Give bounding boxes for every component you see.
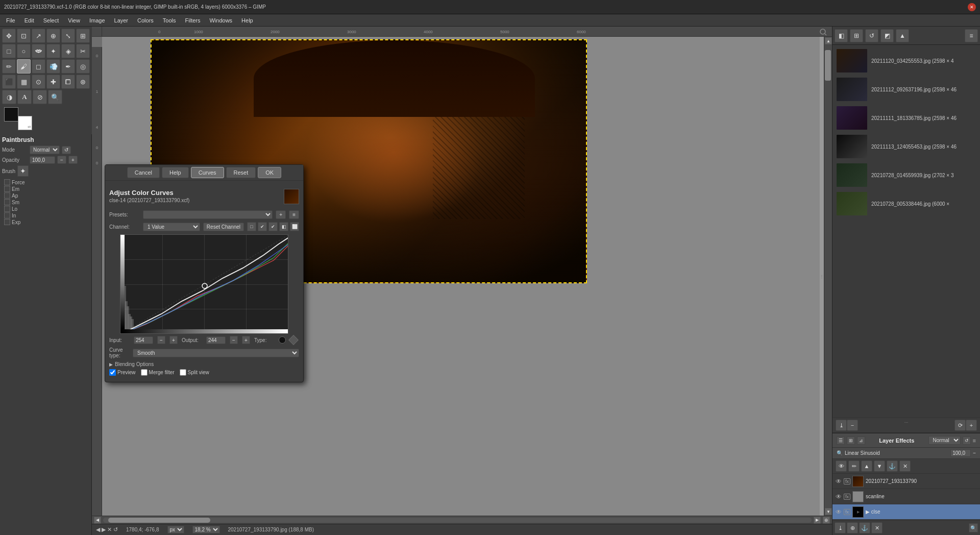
channel-icon-4[interactable]: ◧ bbox=[279, 222, 288, 231]
canvas-zoom-icon[interactable]: ⊕ bbox=[823, 517, 830, 524]
opacity-plus-btn[interactable]: + bbox=[68, 156, 78, 164]
menu-select[interactable]: Select bbox=[39, 16, 63, 25]
menu-edit[interactable]: Edit bbox=[20, 16, 38, 25]
canvas-resize-handle[interactable]: ⋮ bbox=[820, 37, 824, 516]
channel-icon-1[interactable]: □ bbox=[247, 222, 256, 231]
menu-image[interactable]: Image bbox=[85, 16, 109, 25]
right-tool-3[interactable]: ↺ bbox=[865, 29, 878, 42]
tool-fill[interactable]: ⬛ bbox=[2, 75, 16, 89]
menu-view[interactable]: View bbox=[64, 16, 84, 25]
reset-channel-btn[interactable]: Reset Channel bbox=[203, 223, 244, 231]
split-view-check-input[interactable] bbox=[180, 369, 186, 376]
status-nav-reset[interactable]: ✕ bbox=[107, 526, 112, 533]
thumbnail-item-2[interactable]: 20211112_092637196.jpg (2598 × 46 bbox=[835, 76, 978, 103]
channel-icon-5[interactable]: ⬜ bbox=[290, 222, 299, 231]
input-value[interactable] bbox=[134, 336, 153, 344]
opacity-minus-btn[interactable]: − bbox=[973, 450, 976, 456]
menu-file[interactable]: File bbox=[2, 16, 19, 25]
close-button[interactable]: ✕ bbox=[968, 3, 976, 11]
swap-colors-icon[interactable]: ⇄ bbox=[28, 125, 31, 129]
channel-icon-3[interactable]: ✔ bbox=[268, 222, 278, 231]
tool-gradient[interactable]: ▦ bbox=[17, 75, 31, 89]
thumbnail-item-6[interactable]: 20210728_005338446.jpg (6000 × bbox=[835, 190, 978, 217]
output-plus-btn[interactable]: + bbox=[242, 336, 250, 344]
right-tool-2[interactable]: ⊞ bbox=[850, 29, 863, 42]
zoom-select[interactable]: 18,2 % bbox=[192, 526, 220, 533]
vscroll-up-btn[interactable]: ▲ bbox=[825, 37, 832, 44]
tool-lasso[interactable]: 🗢 bbox=[32, 44, 45, 58]
layer-tool-anchor[interactable]: ⚓ bbox=[887, 460, 898, 472]
menu-help[interactable]: Help bbox=[237, 16, 257, 25]
thumbnail-item-1[interactable]: 20211120_034255553.jpg (2598 × 4 bbox=[835, 47, 978, 75]
tool-mybrush[interactable]: ◎ bbox=[76, 59, 90, 74]
tool-select-color[interactable]: ◈ bbox=[61, 44, 75, 58]
tool-extra1[interactable]: ⊞ bbox=[76, 29, 90, 43]
channel-select[interactable]: 1 Value bbox=[143, 223, 200, 231]
layer-fx-1[interactable]: fx bbox=[844, 478, 850, 484]
tool-eyedropper[interactable]: ⊘ bbox=[33, 90, 47, 104]
status-nav-right[interactable]: ▶ bbox=[102, 526, 106, 533]
type-circle[interactable] bbox=[279, 336, 286, 344]
tool-text[interactable]: A bbox=[17, 90, 32, 104]
merge-filter-check-input[interactable] bbox=[141, 369, 148, 376]
layer-item-2[interactable]: 👁 fx scanline bbox=[832, 489, 980, 504]
layer-tool-edit[interactable]: ✏ bbox=[848, 460, 860, 472]
zoom-fit-icon[interactable] bbox=[820, 29, 827, 37]
sm-checkbox[interactable] bbox=[4, 199, 10, 205]
ap-checkbox[interactable] bbox=[4, 192, 10, 199]
tool-airbrush[interactable]: 💨 bbox=[46, 59, 60, 74]
mode-reset-btn[interactable]: ↺ bbox=[62, 146, 71, 154]
force-checkbox[interactable] bbox=[4, 179, 10, 185]
thumbnail-item-4[interactable]: 20211113_124055453.jpg (2598 × 46 bbox=[835, 133, 978, 160]
layer-new-btn[interactable]: ⤓ bbox=[835, 522, 846, 533]
layer-eye-1[interactable]: 👁 bbox=[836, 478, 842, 485]
layer-tool-delete[interactable]: ✕ bbox=[899, 460, 911, 472]
tool-transform[interactable]: ↗ bbox=[32, 29, 45, 43]
cancel-button[interactable]: Cancel bbox=[127, 167, 160, 178]
tool-move[interactable]: ✥ bbox=[2, 29, 16, 43]
thumbnail-item-5[interactable]: 20210728_014559939.jpg (2702 × 3 bbox=[835, 161, 978, 189]
search-layers-btn[interactable]: 🔍 bbox=[969, 523, 978, 532]
presets-select[interactable] bbox=[143, 210, 273, 219]
tool-dodge[interactable]: ◑ bbox=[2, 90, 16, 104]
right-tool-4[interactable]: ◩ bbox=[880, 29, 894, 42]
menu-layer[interactable]: Layer bbox=[110, 16, 133, 25]
layer-list-icon[interactable]: ☰ bbox=[837, 436, 845, 445]
brush-preview[interactable]: ✦ bbox=[17, 165, 29, 177]
layer-btn-export[interactable]: ⤓ bbox=[836, 420, 847, 431]
lo-checkbox[interactable] bbox=[4, 206, 10, 212]
menu-tools[interactable]: Tools bbox=[159, 16, 180, 25]
em-checkbox[interactable] bbox=[4, 186, 10, 192]
horizontal-scrollbar[interactable]: ◀ ▶ ⊕ bbox=[92, 516, 832, 524]
curves-graph[interactable] bbox=[120, 234, 288, 334]
layer-btn-delete[interactable]: − bbox=[847, 420, 858, 431]
preview-checkbox[interactable]: Preview bbox=[109, 369, 136, 376]
layer-duplicate-btn[interactable]: ⊕ bbox=[847, 522, 858, 533]
layer-fx-2[interactable]: fx bbox=[844, 494, 850, 500]
layer-filter-icon[interactable]: ⊿ bbox=[857, 436, 865, 445]
layer-fx-3[interactable]: fx bbox=[844, 509, 850, 515]
layer-eye-3[interactable]: 👁 bbox=[836, 508, 842, 516]
status-nav-left[interactable]: ◀ bbox=[96, 526, 100, 533]
layer-panel-menu-btn[interactable]: ≡ bbox=[973, 437, 976, 444]
curve-type-select[interactable]: Smooth bbox=[133, 349, 299, 357]
mode-select[interactable]: Normal bbox=[30, 145, 60, 154]
tool-align[interactable]: ⊡ bbox=[17, 29, 31, 43]
menu-windows[interactable]: Windows bbox=[205, 16, 236, 25]
tool-clone[interactable]: ⊙ bbox=[32, 75, 45, 89]
tool-crop[interactable]: ⊕ bbox=[46, 29, 60, 43]
layer-item-3[interactable]: 👁 fx ▶ ▶ clse bbox=[832, 504, 980, 520]
tool-blur[interactable]: ⊛ bbox=[76, 75, 90, 89]
type-diamond[interactable] bbox=[288, 335, 299, 345]
merge-filter-checkbox[interactable]: Merge filter bbox=[141, 369, 175, 376]
unit-select[interactable]: px bbox=[167, 526, 184, 533]
tool-magnify[interactable]: 🔍 bbox=[48, 90, 62, 104]
presets-add-btn[interactable]: + bbox=[276, 210, 286, 219]
channel-icon-2[interactable]: ✔ bbox=[258, 222, 267, 231]
blending-options[interactable]: ▶ Blending Options bbox=[109, 361, 299, 367]
tool-perspective[interactable]: ⧠ bbox=[61, 75, 75, 89]
layer-eye-2[interactable]: 👁 bbox=[836, 493, 842, 500]
tool-scissors[interactable]: ✂ bbox=[76, 44, 90, 58]
menu-filters[interactable]: Filters bbox=[181, 16, 205, 25]
opacity-input[interactable] bbox=[30, 156, 55, 164]
